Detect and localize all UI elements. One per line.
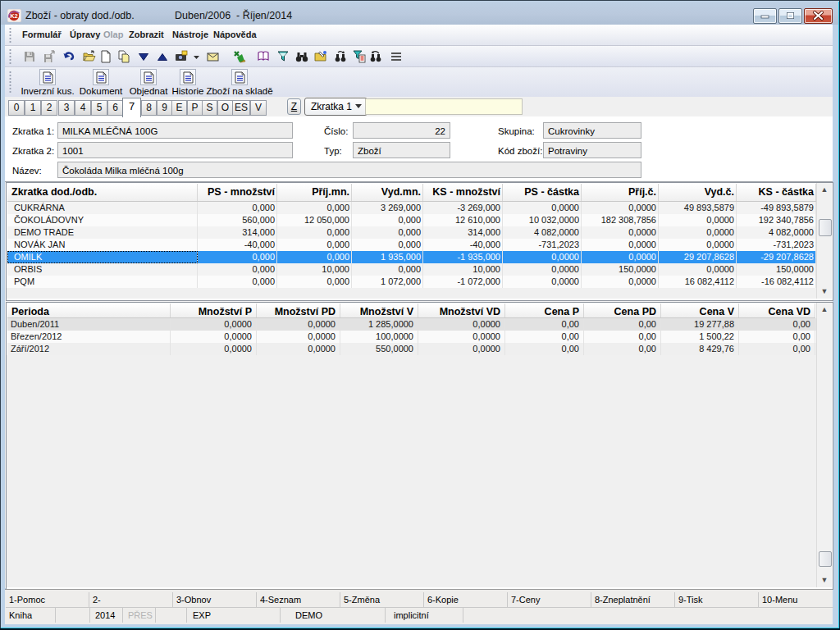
svg-text:K2: K2 [10, 12, 18, 20]
